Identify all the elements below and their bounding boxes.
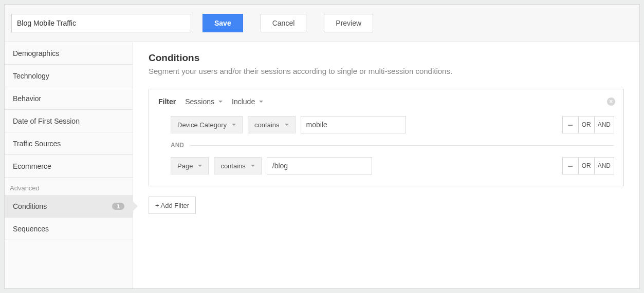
add-filter-button[interactable]: + Add Filter xyxy=(149,197,196,214)
and-button[interactable]: AND xyxy=(594,157,614,174)
filter-mode-dropdown[interactable]: Include xyxy=(232,97,263,106)
filter-scope-value: Sessions xyxy=(185,97,214,106)
section-description: Segment your users and/or their sessions… xyxy=(149,67,624,75)
top-bar: Save Cancel Preview xyxy=(5,4,639,42)
filter-header: Filter Sessions Include xyxy=(158,97,614,106)
filter-mode-value: Include xyxy=(232,97,255,106)
body: Demographics Technology Behavior Date of… xyxy=(5,42,639,288)
or-button[interactable]: OR xyxy=(578,116,595,133)
dimension-dropdown[interactable]: Device Category xyxy=(171,116,243,133)
main-panel: Conditions Segment your users and/or the… xyxy=(133,42,639,288)
sidebar-item-label: Technology xyxy=(13,72,49,80)
conditions-count-badge: 1 xyxy=(112,203,124,210)
separator-line xyxy=(190,145,614,146)
close-icon[interactable] xyxy=(607,97,615,106)
sidebar: Demographics Technology Behavior Date of… xyxy=(5,42,133,288)
operator-value: contains xyxy=(220,162,245,170)
and-separator: AND xyxy=(171,142,614,149)
sidebar-item-conditions[interactable]: Conditions 1 xyxy=(5,195,133,218)
segment-name-input[interactable] xyxy=(11,14,191,32)
dimension-dropdown[interactable]: Page xyxy=(171,157,209,174)
caret-down-icon xyxy=(259,101,263,103)
cancel-button[interactable]: Cancel xyxy=(261,14,307,32)
sidebar-heading-advanced: Advanced xyxy=(5,178,133,195)
condition-row: Device Category contains – OR AND xyxy=(158,116,614,133)
caret-down-icon xyxy=(198,165,202,167)
row-controls: – OR AND xyxy=(562,157,614,174)
sidebar-item-technology[interactable]: Technology xyxy=(5,65,133,87)
sidebar-item-label: Ecommerce xyxy=(13,162,51,170)
caret-down-icon xyxy=(232,124,236,126)
sidebar-item-traffic-sources[interactable]: Traffic Sources xyxy=(5,132,133,155)
sidebar-item-label: Sequences xyxy=(13,225,49,233)
and-label: AND xyxy=(171,142,184,149)
dimension-value: Device Category xyxy=(177,121,227,129)
sidebar-item-label: Date of First Session xyxy=(13,117,80,125)
save-button[interactable]: Save xyxy=(203,14,243,32)
or-button[interactable]: OR xyxy=(578,157,595,174)
operator-value: contains xyxy=(254,121,279,129)
row-controls: – OR AND xyxy=(562,116,614,133)
segment-editor: Save Cancel Preview Demographics Technol… xyxy=(4,4,640,289)
sidebar-item-behavior[interactable]: Behavior xyxy=(5,87,133,110)
dimension-value: Page xyxy=(177,162,193,170)
operator-dropdown[interactable]: contains xyxy=(248,116,295,133)
caret-down-icon xyxy=(218,101,223,103)
filter-box: Filter Sessions Include Device Category xyxy=(149,89,624,186)
sidebar-item-label: Behavior xyxy=(13,94,41,103)
caret-down-icon xyxy=(251,165,255,167)
sidebar-item-sequences[interactable]: Sequences xyxy=(5,218,133,240)
section-title: Conditions xyxy=(149,52,624,64)
and-button[interactable]: AND xyxy=(594,116,614,133)
remove-condition-button[interactable]: – xyxy=(562,116,579,133)
sidebar-item-label: Conditions xyxy=(13,202,47,210)
operator-dropdown[interactable]: contains xyxy=(214,157,261,174)
filter-label: Filter xyxy=(158,97,176,106)
condition-row: Page contains – OR AND xyxy=(158,157,614,174)
sidebar-item-demographics[interactable]: Demographics xyxy=(5,42,133,65)
sidebar-item-ecommerce[interactable]: Ecommerce xyxy=(5,155,133,178)
remove-condition-button[interactable]: – xyxy=(562,157,579,174)
filter-scope-dropdown[interactable]: Sessions xyxy=(185,97,223,106)
condition-value-input[interactable] xyxy=(267,157,372,174)
caret-down-icon xyxy=(285,124,289,126)
sidebar-item-date-of-first-session[interactable]: Date of First Session xyxy=(5,110,133,132)
preview-button[interactable]: Preview xyxy=(324,14,373,32)
sidebar-item-label: Demographics xyxy=(13,49,59,57)
condition-value-input[interactable] xyxy=(301,116,406,133)
sidebar-item-label: Traffic Sources xyxy=(13,140,61,148)
